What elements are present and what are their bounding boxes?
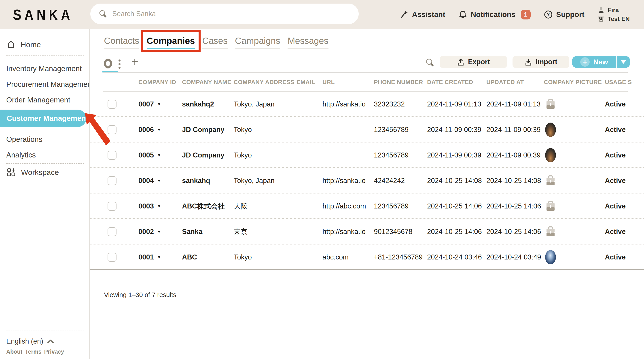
- company-name-cell: ABC株式会社: [182, 194, 225, 219]
- company-address-cell: Tokyo: [234, 142, 252, 168]
- date-created-cell: 2024-11-09 00:39: [427, 142, 481, 168]
- sidebar-divider: [6, 330, 84, 331]
- row-checkbox[interactable]: [108, 176, 116, 185]
- column-header-url: URL: [322, 79, 335, 86]
- row-expand-icon[interactable]: ▼: [157, 153, 161, 158]
- export-button[interactable]: Export: [440, 56, 507, 68]
- company-picture-cell: [539, 92, 562, 117]
- svg-text:?: ?: [547, 12, 550, 17]
- sidebar-item-workspace[interactable]: Workspace: [6, 167, 59, 177]
- company-picture-cell: [539, 117, 562, 142]
- company-address-cell: Tokyo, Japan: [234, 92, 274, 117]
- usage-status-cell: Active: [605, 244, 626, 270]
- sidebar-item-home[interactable]: Home: [6, 40, 41, 49]
- language-selector[interactable]: English (en): [6, 337, 54, 345]
- company-url-cell: http://sanka.io: [322, 92, 366, 117]
- tab-cases[interactable]: Cases: [202, 36, 228, 49]
- company-name-cell: sankahq2: [182, 92, 214, 117]
- company-address-cell: Tokyo, Japan: [234, 168, 274, 194]
- search-icon: [98, 10, 107, 18]
- company-id-cell[interactable]: 0003▼: [138, 194, 161, 219]
- briefcase-icon: [545, 200, 556, 212]
- row-checkbox[interactable]: [108, 100, 116, 109]
- workspace-name: Test EN: [608, 16, 630, 22]
- sidebar-item-customer-management-active[interactable]: Customer Management: [0, 110, 86, 127]
- sidebar-item-analytics[interactable]: Analytics: [6, 151, 36, 159]
- company-id-cell[interactable]: 0004▼: [138, 168, 161, 194]
- new-button[interactable]: + New: [572, 56, 630, 68]
- company-id-cell[interactable]: 0001▼: [138, 244, 161, 270]
- updated-at-cell: 2024-10-25 14:06: [486, 219, 541, 244]
- date-created-cell: 2024-11-09 00:39: [427, 117, 481, 142]
- view-circle-icon[interactable]: [104, 58, 112, 68]
- row-expand-icon[interactable]: ▼: [157, 102, 161, 107]
- view-options-kebab-icon[interactable]: [118, 60, 121, 69]
- phone-number-cell: 123456789: [374, 117, 408, 142]
- tab-companies-active[interactable]: Companies: [147, 36, 195, 49]
- company-url-cell: http://sanka.io: [322, 219, 366, 244]
- table-search-icon[interactable]: [425, 58, 435, 68]
- usage-status-cell: Active: [605, 194, 626, 219]
- tab-contacts[interactable]: Contacts: [104, 36, 139, 49]
- company-id-cell[interactable]: 0005▼: [138, 142, 161, 168]
- row-expand-icon[interactable]: ▼: [157, 255, 161, 260]
- row-checkbox[interactable]: [108, 151, 116, 160]
- company-name-cell: Sanka: [182, 219, 202, 244]
- row-expand-icon[interactable]: ▼: [157, 178, 161, 183]
- column-header-updated-at: UPDATED AT: [486, 79, 524, 86]
- notifications-button[interactable]: Notifications 1: [458, 10, 531, 20]
- sidebar-item-procurement-management[interactable]: Procurement Management: [6, 80, 90, 88]
- phone-number-cell: 123456789: [374, 142, 408, 168]
- table-row: 0005▼ JD Company Tokyo 123456789 2024-11…: [90, 142, 644, 168]
- global-search-input[interactable]: Search Sanka: [90, 4, 359, 24]
- column-header-company-name: COMPANY NAME: [182, 79, 231, 86]
- row-expand-icon[interactable]: ▼: [157, 127, 161, 132]
- company-id-cell[interactable]: 0006▼: [138, 117, 161, 142]
- row-checkbox[interactable]: [108, 253, 116, 262]
- assistant-icon: [400, 10, 409, 19]
- row-checkbox[interactable]: [108, 202, 116, 211]
- privacy-link[interactable]: Privacy: [44, 348, 64, 355]
- assistant-button[interactable]: Assistant: [400, 10, 446, 19]
- usage-status-cell: Active: [605, 219, 626, 244]
- sidebar-item-operations[interactable]: Operations: [6, 135, 42, 144]
- row-expand-icon[interactable]: ▼: [157, 229, 161, 234]
- user-menu[interactable]: Fira Test EN: [597, 6, 630, 23]
- briefcase-icon: [545, 226, 556, 238]
- usage-status-cell: Active: [605, 117, 626, 142]
- sidebar-divider: [6, 163, 84, 164]
- bell-icon: [458, 10, 468, 19]
- usage-status-cell: Active: [605, 142, 626, 168]
- company-address-cell: 東京: [234, 219, 248, 244]
- company-name-cell: JD Company: [182, 117, 224, 142]
- about-link[interactable]: About: [6, 348, 22, 355]
- company-url-cell: http://abc.com: [322, 194, 366, 219]
- topbar-actions: Assistant Notifications 1 ? Support Fira: [400, 0, 630, 29]
- import-button[interactable]: Import: [512, 56, 569, 68]
- terms-link[interactable]: Terms: [25, 348, 41, 355]
- support-button[interactable]: ? Support: [544, 10, 584, 19]
- phone-number-cell: 123456789: [374, 194, 408, 219]
- usage-status-cell: Active: [605, 168, 626, 194]
- table-row: 0001▼ ABC Tokyo abc.com +81-123456789 20…: [90, 244, 644, 270]
- company-id-cell[interactable]: 0007▼: [138, 92, 161, 117]
- plus-icon: +: [580, 57, 590, 67]
- company-id-cell[interactable]: 0002▼: [138, 219, 161, 244]
- updated-at-cell: 2024-11-09 01:13: [486, 92, 540, 117]
- sidebar-item-order-management[interactable]: Order Management: [6, 96, 70, 104]
- company-name-cell: JD Company: [182, 142, 224, 168]
- table-row: 0007▼ sankahq2 Tokyo, Japan http://sanka…: [90, 92, 644, 117]
- user-avatar-icon: [597, 6, 605, 14]
- results-count: Viewing 1–30 of 7 results: [104, 291, 176, 298]
- company-url-cell: abc.com: [322, 244, 348, 270]
- add-view-button[interactable]: +: [132, 55, 138, 68]
- notifications-badge: 1: [521, 10, 531, 20]
- updated-at-cell: 2024-10-24 03:49: [486, 244, 541, 270]
- tab-messages[interactable]: Messages: [288, 36, 328, 49]
- sanka-logo: SANKA: [13, 0, 73, 32]
- new-dropdown-toggle[interactable]: [616, 56, 630, 68]
- row-expand-icon[interactable]: ▼: [157, 204, 161, 209]
- tab-campaigns[interactable]: Campaigns: [235, 36, 280, 49]
- sidebar-item-inventory-management[interactable]: Inventory Management: [6, 64, 82, 73]
- row-checkbox[interactable]: [108, 227, 116, 236]
